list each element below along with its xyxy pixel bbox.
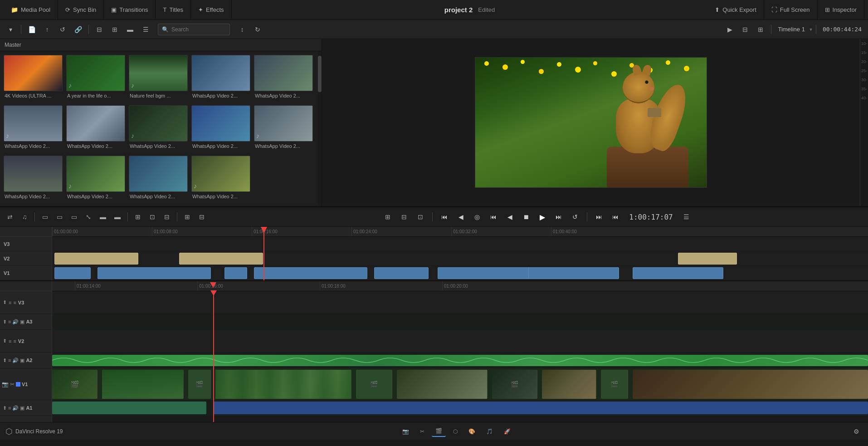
page-fairlight[interactable]: 🎵 (483, 426, 497, 437)
media-item-6[interactable]: ♪ WhatsApp Video 2... (4, 105, 63, 152)
settings-btn[interactable]: ⚙ (850, 426, 863, 437)
v1-clip-8[interactable] (633, 267, 723, 279)
play-btn[interactable]: ▶ (536, 211, 549, 223)
media-item-14[interactable]: ♪ WhatsApp Video 2... (191, 156, 250, 202)
media-item-4[interactable]: WhatsApp Video 2... (191, 55, 250, 102)
filter-btn[interactable]: ↻ (251, 23, 264, 36)
go-to-start-btn[interactable]: ⏮ (438, 211, 451, 223)
nav-inspector[interactable]: ⊞ Inspector (818, 0, 864, 20)
media-item-12[interactable]: ♪ WhatsApp Video 2... (66, 156, 125, 202)
multi-trim-btn[interactable]: ⊞ (132, 211, 144, 223)
v1-clip-5[interactable] (374, 267, 429, 279)
v1-zoomed-clip-7[interactable]: 🎬 (492, 370, 537, 399)
v1-zoomed-clip-2[interactable] (102, 370, 184, 399)
v1-clip-7[interactable] (528, 267, 619, 279)
fast-rewind-btn[interactable]: ⏮ (487, 211, 500, 223)
v1-zoomed-clip-6[interactable] (397, 370, 488, 399)
page-cut[interactable]: ✂ (416, 426, 428, 437)
v1-zoomed-clip-1[interactable]: 🎬 (52, 370, 98, 399)
sort-btn[interactable]: ↕ (235, 23, 249, 36)
media-item-1[interactable]: 4K Videos (ULTRA ... (4, 55, 63, 102)
nav-full-screen[interactable]: ⛶ Full Screen (764, 0, 818, 20)
v1-zoomed-clip-9[interactable]: 🎬 (601, 370, 628, 399)
lower-v2-track[interactable] (52, 330, 868, 353)
a1-clip-2[interactable] (213, 402, 868, 414)
transport-flag[interactable]: ⊡ (414, 211, 427, 223)
view-grid-btn[interactable]: ⊞ (108, 23, 122, 36)
nav-media-pool[interactable]: 📁 Media Pool (4, 0, 58, 20)
transport-menu[interactable]: ☰ (680, 211, 693, 223)
upper-v3-track[interactable] (52, 237, 868, 251)
page-fusion[interactable]: ⬡ (449, 426, 461, 437)
v2-clip-1[interactable] (54, 253, 138, 265)
page-edit[interactable]: 🎬 (432, 426, 446, 437)
view-list-btn[interactable]: ⊟ (93, 23, 106, 36)
fast-forward-btn[interactable]: ⏭ (552, 211, 565, 223)
view-detail-btn[interactable]: ☰ (139, 23, 152, 36)
razor-btn[interactable]: ▭ (53, 211, 66, 223)
prev-frame-btn[interactable]: ◀ (454, 211, 467, 223)
timeline-name[interactable]: Timeline 1 (775, 26, 807, 33)
v1-clip-1[interactable] (54, 267, 91, 279)
timeline-dropdown-icon[interactable]: ▾ (809, 26, 812, 33)
snap-btn[interactable]: ⇄ (4, 211, 16, 223)
page-media[interactable]: 📷 (399, 426, 413, 437)
nav-titles[interactable]: T Titles (156, 0, 191, 20)
v1-clip-2[interactable] (98, 267, 211, 279)
lower-a1-track[interactable] (52, 400, 868, 416)
source-viewer-btn[interactable]: ▶ (723, 23, 736, 36)
a1-clip-1[interactable] (52, 402, 206, 414)
transport-settings[interactable]: ⊞ (381, 211, 394, 223)
import-btn[interactable]: ↑ (40, 23, 54, 36)
media-item-13[interactable]: WhatsApp Video 2... (129, 156, 188, 202)
v1-zoomed-clip-5[interactable]: 🎬 (356, 370, 392, 399)
v1-zoomed-clip-10[interactable] (633, 370, 868, 399)
lower-a2-track[interactable] (52, 353, 868, 368)
roll-btn[interactable]: ▬ (111, 211, 124, 223)
slip-btn[interactable]: ⤡ (82, 211, 95, 223)
nav-transitions[interactable]: ▣ Transitions (104, 0, 156, 20)
timeline-grid-btn[interactable]: ⊞ (754, 23, 767, 36)
v1-zoomed-clip-3[interactable]: 🎬 (188, 370, 211, 399)
media-item-2[interactable]: ♪ A year in the life o... (66, 55, 125, 102)
nav-sync-bin[interactable]: ⟳ Sync Bin (58, 0, 104, 20)
search-input[interactable] (171, 26, 226, 33)
media-item-7[interactable]: WhatsApp Video 2... (66, 105, 125, 152)
stop-btn[interactable]: ⏹ (520, 211, 532, 223)
nav-quick-export[interactable]: ⬆ Quick Export (707, 0, 764, 20)
v1-zoomed-clip-8[interactable] (542, 370, 596, 399)
v2-clip-3[interactable] (678, 253, 737, 265)
lower-v3-track[interactable] (52, 291, 868, 314)
media-item-9[interactable]: WhatsApp Video 2... (191, 105, 250, 152)
upper-v1-track[interactable] (52, 266, 868, 280)
lower-a3-track[interactable] (52, 314, 868, 330)
jog-btn[interactable]: ◎ (471, 211, 483, 223)
crop-btn[interactable]: ⊡ (146, 211, 159, 223)
pointer-btn[interactable]: ▭ (39, 211, 51, 223)
loop-btn[interactable]: ↺ (569, 211, 581, 223)
media-item-3[interactable]: ♪ Nature feel bgm ... (129, 55, 188, 102)
toolbar-dropdown[interactable]: ▾ (4, 23, 17, 36)
v1-zoomed-clip-4[interactable] (215, 370, 351, 399)
media-scrollbar[interactable] (318, 51, 322, 206)
media-item-5[interactable]: WhatsApp Video 2... (254, 55, 313, 102)
flag-btn[interactable]: ⊟ (195, 211, 208, 223)
trim-btn[interactable]: ▭ (68, 211, 80, 223)
link-btn[interactable]: 🔗 (71, 23, 85, 36)
v2-clip-2[interactable] (179, 253, 263, 265)
new-bin-btn[interactable]: 📄 (25, 23, 39, 36)
fx-btn[interactable]: ⊞ (181, 211, 194, 223)
page-deliver[interactable]: 🚀 (500, 426, 514, 437)
media-item-8[interactable]: ♪ WhatsApp Video 2... (129, 105, 188, 152)
audio-clip-btn[interactable]: ♫ (18, 211, 31, 223)
composite-btn[interactable]: ⊟ (161, 211, 173, 223)
v1-clip-3[interactable] (224, 267, 247, 279)
v1-clip-4[interactable] (254, 267, 367, 279)
prev-edit-btn[interactable]: ⏮ (609, 211, 622, 223)
page-color[interactable]: 🎨 (465, 426, 479, 437)
lower-v1-track[interactable]: 🎬 🎬 🎬 🎬 🎬 (52, 368, 868, 400)
media-item-11[interactable]: WhatsApp Video 2... (4, 156, 63, 202)
rewind-btn[interactable]: ◀ (503, 211, 516, 223)
next-edit-btn[interactable]: ⏭ (593, 211, 605, 223)
nav-effects[interactable]: ✦ Effects (191, 0, 232, 20)
